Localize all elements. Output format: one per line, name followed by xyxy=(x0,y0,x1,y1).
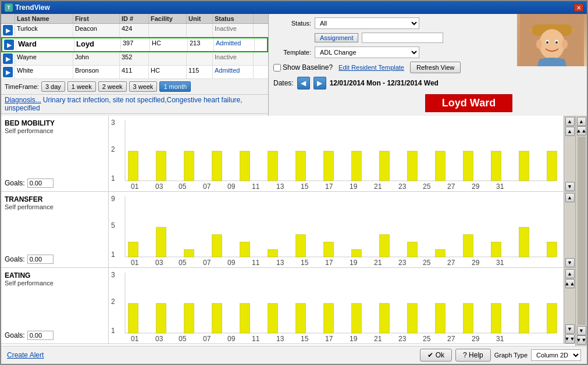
template-select[interactable]: ADL Change xyxy=(315,46,419,58)
bed-mobility-goals-input[interactable] xyxy=(27,178,54,188)
svg-point-3 xyxy=(539,29,565,59)
global-scroll-up-fast[interactable]: ▲▲ xyxy=(577,126,586,135)
scroll-down-fast-btn[interactable]: ▼▼ xyxy=(565,334,575,343)
eating-goals-input[interactable] xyxy=(27,331,54,340)
facility: HC xyxy=(149,66,187,78)
row-arrow-cell: ▶ xyxy=(1,66,15,78)
svg-rect-36 xyxy=(268,151,278,181)
global-scroll-down-fast[interactable]: ▼▼ xyxy=(577,335,586,345)
svg-text:1: 1 xyxy=(111,251,115,259)
unit: 213 xyxy=(188,38,214,51)
eating-goals: Goals: xyxy=(5,331,105,340)
scroll-up-btn[interactable]: ▲ xyxy=(565,127,575,136)
transfer-goals: Goals: xyxy=(5,255,105,264)
global-scrollbar: ▲ ▲▲ ▼ ▼▼ xyxy=(575,116,587,346)
table-row[interactable]: ▶ White Bronson 411 HC 115 Admitted xyxy=(1,66,268,79)
col-arrow xyxy=(1,14,15,23)
dates-prev-button[interactable]: ◀ xyxy=(297,77,310,90)
svg-text:27: 27 xyxy=(447,335,455,343)
row-arrow-icon: ▶ xyxy=(3,67,13,77)
patient-photo xyxy=(517,14,587,66)
show-baseline-label: Show Baseline? xyxy=(283,63,333,71)
svg-text:11: 11 xyxy=(252,182,260,191)
timeframe-2week-button[interactable]: 2 week xyxy=(98,81,127,92)
svg-rect-114 xyxy=(212,303,222,333)
table-row[interactable]: ▶ Ward Loyd 397 HC 213 Admitted xyxy=(1,37,268,52)
timeframe-1month-button[interactable]: 1 month xyxy=(159,81,191,92)
bed-mobility-header: BED MOBILITY Self performance Goals: xyxy=(1,116,109,191)
svg-text:23: 23 xyxy=(398,182,407,191)
edit-template-link[interactable]: Edit Resident Template xyxy=(338,64,404,71)
svg-text:03: 03 xyxy=(155,335,163,343)
bed-mobility-scroll: ▲ ▲ ▼ xyxy=(564,116,575,191)
facility: HC xyxy=(150,38,188,51)
transfer-goals-input[interactable] xyxy=(27,255,54,264)
goals-label: Goals: xyxy=(5,255,25,263)
transfer-title: TRANSFER xyxy=(5,195,105,203)
scroll-up-btn[interactable]: ▲ xyxy=(565,117,575,126)
help-button[interactable]: ? Help xyxy=(455,349,491,362)
scroll-down-btn[interactable]: ▼ xyxy=(565,258,575,267)
svg-rect-37 xyxy=(296,151,306,181)
goals-label: Goals: xyxy=(5,331,25,339)
scroll-up-fast-btn[interactable]: ▲▲ xyxy=(565,279,575,288)
scroll-down-btn[interactable]: ▼ xyxy=(565,182,575,191)
svg-rect-111 xyxy=(129,303,138,333)
svg-rect-82 xyxy=(436,249,446,257)
close-button[interactable]: ✕ xyxy=(574,3,583,12)
assignment-input[interactable] xyxy=(362,33,443,43)
scroll-up-btn[interactable]: ▲ xyxy=(565,193,575,202)
scroll-up-btn[interactable]: ▲ xyxy=(565,269,575,278)
svg-text:1: 1 xyxy=(111,174,115,182)
svg-rect-40 xyxy=(380,151,390,181)
status: Admitted xyxy=(213,66,254,78)
refresh-button[interactable]: Refresh View xyxy=(410,62,461,73)
timeframe-3week-button[interactable]: 3 week xyxy=(129,81,158,92)
show-baseline-checkbox[interactable] xyxy=(273,64,281,71)
svg-point-9 xyxy=(562,40,568,49)
eating-section: EATING Self performance Goals: 3 xyxy=(1,268,575,344)
bed-mobility-goals: Goals: xyxy=(5,178,105,188)
table-row[interactable]: ▶ Wayne John 352 Inactive xyxy=(1,52,268,66)
svg-rect-74 xyxy=(212,235,222,257)
eating-chart: 3 2 1 01 03 05 07 09 11 13 15 17 xyxy=(109,270,564,346)
svg-text:21: 21 xyxy=(374,259,382,267)
svg-text:11: 11 xyxy=(252,335,260,343)
unit xyxy=(187,52,213,65)
svg-rect-71 xyxy=(129,242,138,257)
dates-label: Dates: xyxy=(273,79,294,87)
svg-rect-78 xyxy=(324,242,334,257)
svg-rect-115 xyxy=(240,303,250,333)
scroll-down-btn[interactable]: ▼ xyxy=(565,324,575,334)
svg-text:29: 29 xyxy=(472,182,480,191)
assignment-button[interactable]: Assignment xyxy=(315,33,358,42)
create-alert-link[interactable]: Create Alert xyxy=(7,351,44,359)
global-scroll-up[interactable]: ▲ xyxy=(577,117,586,126)
svg-rect-123 xyxy=(464,303,473,333)
id-number: 352 xyxy=(120,52,149,65)
svg-rect-76 xyxy=(268,249,278,257)
svg-text:21: 21 xyxy=(374,182,382,191)
svg-text:11: 11 xyxy=(252,259,260,267)
svg-text:25: 25 xyxy=(423,182,431,191)
timeframe-1week-button[interactable]: 1 week xyxy=(67,81,96,92)
svg-text:07: 07 xyxy=(203,335,211,343)
first-name: Deacon xyxy=(73,24,120,37)
facility xyxy=(149,24,187,37)
row-arrow-cell: ▶ xyxy=(1,52,15,65)
transfer-section: TRANSFER Self performance Goals: 9 xyxy=(1,192,575,268)
svg-text:09: 09 xyxy=(227,182,236,191)
ok-button[interactable]: ✔ Ok xyxy=(420,349,452,362)
dates-next-button[interactable]: ▶ xyxy=(313,77,326,90)
global-scroll-down[interactable]: ▼ xyxy=(577,326,586,335)
status-select[interactable]: All xyxy=(315,17,419,29)
svg-rect-119 xyxy=(352,303,362,333)
table-row[interactable]: ▶ Turlock Deacon 424 Inactive xyxy=(1,24,268,37)
graph-type-select[interactable]: Column 2D xyxy=(531,349,581,361)
timeframe-3day-button[interactable]: 3 day xyxy=(41,81,65,92)
diagnosis-link[interactable]: Diagnosis... xyxy=(5,96,41,104)
bed-mobility-chart: 3 2 1 01 03 05 07 09 11 13 xyxy=(109,118,564,194)
svg-text:19: 19 xyxy=(350,182,358,191)
show-baseline-checkbox-label[interactable]: Show Baseline? xyxy=(273,63,333,71)
unit: 115 xyxy=(187,66,213,78)
